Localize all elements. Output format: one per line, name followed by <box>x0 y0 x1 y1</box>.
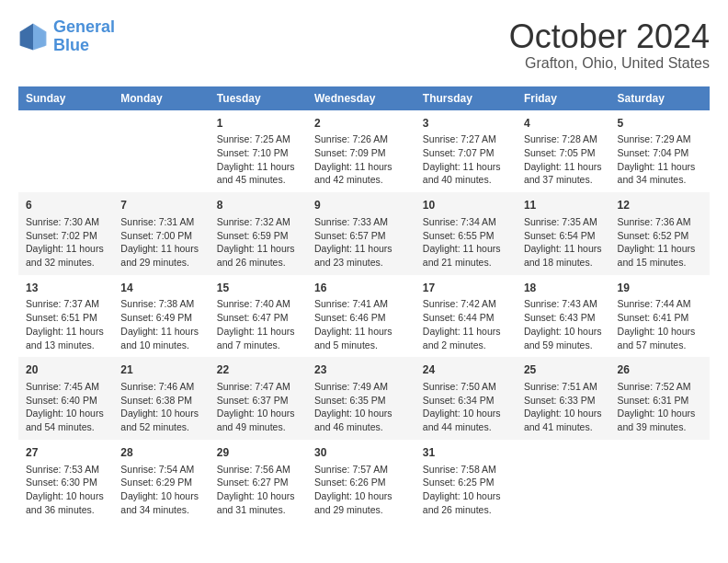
day-content: Sunrise: 7:41 AMSunset: 6:46 PMDaylight:… <box>314 297 408 351</box>
day-content: Sunrise: 7:47 AMSunset: 6:37 PMDaylight:… <box>217 380 300 434</box>
day-number: 31 <box>423 445 509 461</box>
calendar-cell: 6Sunrise: 7:30 AMSunset: 7:02 PMDaylight… <box>18 192 113 275</box>
calendar-cell: 13Sunrise: 7:37 AMSunset: 6:51 PMDayligh… <box>18 275 113 358</box>
day-number: 7 <box>120 198 202 213</box>
calendar-cell: 11Sunrise: 7:35 AMSunset: 6:54 PMDayligh… <box>517 192 610 275</box>
calendar-cell: 3Sunrise: 7:27 AMSunset: 7:07 PMDaylight… <box>415 110 517 193</box>
day-content: Sunrise: 7:37 AMSunset: 6:51 PMDaylight:… <box>26 297 106 351</box>
day-content: Sunrise: 7:58 AMSunset: 6:25 PMDaylight:… <box>423 463 509 517</box>
day-number: 16 <box>314 281 408 296</box>
day-content: Sunrise: 7:40 AMSunset: 6:47 PMDaylight:… <box>217 297 300 351</box>
day-number: 3 <box>423 116 509 132</box>
weekday-header: Tuesday <box>210 86 307 110</box>
day-number: 27 <box>26 445 106 461</box>
day-content: Sunrise: 7:49 AMSunset: 6:35 PMDaylight:… <box>314 380 408 434</box>
calendar-table: SundayMondayTuesdayWednesdayThursdayFrid… <box>18 86 710 523</box>
day-content: Sunrise: 7:30 AMSunset: 7:02 PMDaylight:… <box>26 215 106 270</box>
logo: General Blue <box>18 18 115 55</box>
day-content: Sunrise: 7:51 AMSunset: 6:33 PMDaylight:… <box>524 380 603 434</box>
calendar-subtitle: Grafton, Ohio, United States <box>509 55 710 72</box>
day-content: Sunrise: 7:50 AMSunset: 6:34 PMDaylight:… <box>423 380 509 434</box>
calendar-cell: 26Sunrise: 7:52 AMSunset: 6:31 PMDayligh… <box>610 357 710 440</box>
day-number: 13 <box>26 281 106 296</box>
day-content: Sunrise: 7:28 AMSunset: 7:05 PMDaylight:… <box>524 132 603 187</box>
day-content: Sunrise: 7:44 AMSunset: 6:41 PMDaylight:… <box>618 297 702 351</box>
day-number: 8 <box>217 198 300 213</box>
calendar-cell <box>610 440 710 523</box>
day-content: Sunrise: 7:33 AMSunset: 6:57 PMDaylight:… <box>314 215 408 270</box>
calendar-cell: 18Sunrise: 7:43 AMSunset: 6:43 PMDayligh… <box>517 275 610 358</box>
day-number: 10 <box>423 198 509 213</box>
weekday-header: Saturday <box>610 86 710 110</box>
day-number: 20 <box>26 362 106 378</box>
calendar-title: October 2024 <box>509 18 710 55</box>
calendar-cell: 7Sunrise: 7:31 AMSunset: 7:00 PMDaylight… <box>113 192 210 275</box>
logo-text: General Blue <box>53 18 115 55</box>
day-content: Sunrise: 7:34 AMSunset: 6:55 PMDaylight:… <box>423 215 509 270</box>
calendar-row: 20Sunrise: 7:45 AMSunset: 6:40 PMDayligh… <box>18 357 710 440</box>
calendar-cell <box>113 110 210 193</box>
calendar-row: 6Sunrise: 7:30 AMSunset: 7:02 PMDaylight… <box>18 192 710 275</box>
day-number: 5 <box>618 116 702 132</box>
svg-marker-2 <box>20 23 33 50</box>
day-content: Sunrise: 7:25 AMSunset: 7:10 PMDaylight:… <box>217 132 300 187</box>
calendar-cell <box>517 440 610 523</box>
day-content: Sunrise: 7:29 AMSunset: 7:04 PMDaylight:… <box>618 132 702 187</box>
day-content: Sunrise: 7:26 AMSunset: 7:09 PMDaylight:… <box>314 132 408 187</box>
day-number: 29 <box>217 445 300 461</box>
day-number: 30 <box>314 445 408 461</box>
day-number: 24 <box>423 362 509 378</box>
calendar-cell: 25Sunrise: 7:51 AMSunset: 6:33 PMDayligh… <box>517 357 610 440</box>
title-block: October 2024 Grafton, Ohio, United State… <box>509 18 710 72</box>
calendar-cell: 30Sunrise: 7:57 AMSunset: 6:26 PMDayligh… <box>307 440 415 523</box>
day-number: 12 <box>618 198 702 213</box>
day-number: 15 <box>217 281 300 296</box>
day-content: Sunrise: 7:36 AMSunset: 6:52 PMDaylight:… <box>618 215 702 270</box>
calendar-cell: 24Sunrise: 7:50 AMSunset: 6:34 PMDayligh… <box>415 357 517 440</box>
calendar-cell: 29Sunrise: 7:56 AMSunset: 6:27 PMDayligh… <box>210 440 307 523</box>
calendar-cell: 2Sunrise: 7:26 AMSunset: 7:09 PMDaylight… <box>307 110 415 193</box>
calendar-cell: 28Sunrise: 7:54 AMSunset: 6:29 PMDayligh… <box>113 440 210 523</box>
calendar-row: 13Sunrise: 7:37 AMSunset: 6:51 PMDayligh… <box>18 275 710 358</box>
day-content: Sunrise: 7:43 AMSunset: 6:43 PMDaylight:… <box>524 297 603 351</box>
calendar-cell: 19Sunrise: 7:44 AMSunset: 6:41 PMDayligh… <box>610 275 710 358</box>
day-number: 9 <box>314 198 408 213</box>
calendar-cell: 10Sunrise: 7:34 AMSunset: 6:55 PMDayligh… <box>415 192 517 275</box>
day-number: 6 <box>26 198 106 213</box>
day-content: Sunrise: 7:45 AMSunset: 6:40 PMDaylight:… <box>26 380 106 434</box>
day-content: Sunrise: 7:57 AMSunset: 6:26 PMDaylight:… <box>314 463 408 517</box>
calendar-header: SundayMondayTuesdayWednesdayThursdayFrid… <box>18 86 710 110</box>
weekday-header: Wednesday <box>307 86 415 110</box>
day-number: 4 <box>524 116 603 132</box>
calendar-cell: 22Sunrise: 7:47 AMSunset: 6:37 PMDayligh… <box>210 357 307 440</box>
day-content: Sunrise: 7:53 AMSunset: 6:30 PMDaylight:… <box>26 463 106 517</box>
calendar-cell: 8Sunrise: 7:32 AMSunset: 6:59 PMDaylight… <box>210 192 307 275</box>
calendar-cell: 23Sunrise: 7:49 AMSunset: 6:35 PMDayligh… <box>307 357 415 440</box>
day-content: Sunrise: 7:31 AMSunset: 7:00 PMDaylight:… <box>120 215 202 270</box>
day-number: 1 <box>217 116 300 132</box>
calendar-cell: 17Sunrise: 7:42 AMSunset: 6:44 PMDayligh… <box>415 275 517 358</box>
day-number: 2 <box>314 116 408 132</box>
logo-icon <box>18 22 48 52</box>
weekday-header: Friday <box>517 86 610 110</box>
day-number: 21 <box>120 362 202 378</box>
day-content: Sunrise: 7:46 AMSunset: 6:38 PMDaylight:… <box>120 380 202 434</box>
calendar-cell: 9Sunrise: 7:33 AMSunset: 6:57 PMDaylight… <box>307 192 415 275</box>
calendar-cell <box>18 110 113 193</box>
calendar-cell: 15Sunrise: 7:40 AMSunset: 6:47 PMDayligh… <box>210 275 307 358</box>
day-content: Sunrise: 7:56 AMSunset: 6:27 PMDaylight:… <box>217 463 300 517</box>
day-number: 18 <box>524 281 603 296</box>
day-content: Sunrise: 7:27 AMSunset: 7:07 PMDaylight:… <box>423 132 509 187</box>
weekday-header: Monday <box>113 86 210 110</box>
calendar-cell: 31Sunrise: 7:58 AMSunset: 6:25 PMDayligh… <box>415 440 517 523</box>
day-number: 19 <box>618 281 702 296</box>
weekday-header: Thursday <box>415 86 517 110</box>
calendar-row: 27Sunrise: 7:53 AMSunset: 6:30 PMDayligh… <box>18 440 710 523</box>
calendar-cell: 14Sunrise: 7:38 AMSunset: 6:49 PMDayligh… <box>113 275 210 358</box>
day-content: Sunrise: 7:35 AMSunset: 6:54 PMDaylight:… <box>524 215 603 270</box>
page-header: General Blue October 2024 Grafton, Ohio,… <box>18 18 710 72</box>
calendar-row: 1Sunrise: 7:25 AMSunset: 7:10 PMDaylight… <box>18 110 710 193</box>
day-number: 25 <box>524 362 603 378</box>
calendar-cell: 27Sunrise: 7:53 AMSunset: 6:30 PMDayligh… <box>18 440 113 523</box>
calendar-cell: 4Sunrise: 7:28 AMSunset: 7:05 PMDaylight… <box>517 110 610 193</box>
